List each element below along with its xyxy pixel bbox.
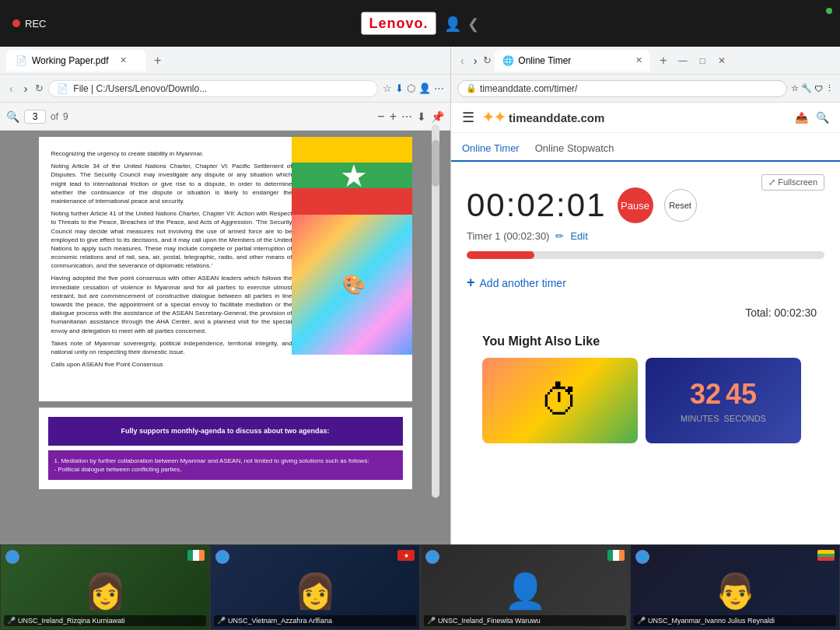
close-window-button[interactable]: ✕ (713, 54, 730, 68)
lenovo-icon: 👤 (444, 15, 461, 32)
url-text-right: timeanddate.com/timer/ (480, 83, 577, 94)
search-icon[interactable]: 🔍 (816, 111, 829, 124)
right-back-button[interactable]: ‹ (457, 53, 467, 68)
add-timer-row[interactable]: + Add another timer (467, 275, 824, 291)
rec-indicator: REC (12, 18, 46, 30)
lenovo-logo: Lenovo. (361, 12, 436, 35)
tab-online-timer[interactable]: Online Timer (462, 136, 520, 162)
right-refresh-button[interactable]: ↻ (483, 54, 492, 66)
zoom-out-button[interactable]: − (377, 110, 384, 124)
video-cell-3: 🌐 👤 🎤 UNSC_Ireland_Finewita Waruwu (420, 544, 630, 630)
digit-labels: MINUTES SECONDS (681, 414, 766, 423)
timer-tab-title: Online Timer (518, 55, 571, 66)
video-cell-2: 🌐 ★ 👩 🎤 UNSC_Vietnam_Azzahra Arlfiana (210, 544, 420, 630)
pause-button[interactable]: Pause (618, 187, 653, 223)
timer-label: Timer 1 (00:02:30) (467, 230, 549, 242)
pdf-more-button[interactable]: ⋯ (401, 110, 412, 123)
address-bar-left: ‹ › ↻ 📄 File | C:/Users/Lenovo/Downlo...… (0, 75, 450, 103)
pdf-para1: Recognizing the urgency to create stabil… (51, 149, 292, 158)
share-icon[interactable]: 📤 (795, 111, 808, 124)
total-row: Total: 00:02:30 (467, 306, 824, 319)
pdf-tab[interactable]: 📄 Working Paper.pdf ✕ (6, 50, 146, 72)
video-cell-4: 🌐 👨 🎤 UNSC_Myanmar_Ivanno Julius Reynald… (630, 544, 840, 630)
plus-icon: + (467, 275, 475, 291)
hamburger-icon[interactable]: ☰ (462, 109, 474, 126)
right-more-icon[interactable]: ⋮ (825, 83, 834, 93)
participant-name-2: UNSC_Vietnam_Azzahra Arlfiana (228, 617, 332, 625)
mic-icon-3: 🎤 (427, 617, 436, 625)
pdf-search-button[interactable]: 🔍 (6, 110, 19, 123)
edit-link[interactable]: Edit (570, 230, 587, 242)
video-label-1: 🎤 UNSC_Ireland_Rizqina Kurniawati (4, 615, 206, 626)
pdf-download-button[interactable]: ⬇ (417, 110, 426, 123)
rec-label: REC (25, 18, 46, 30)
fullscreen-button[interactable]: ⤢ Fullscreen (761, 174, 824, 191)
page-number-input[interactable] (24, 110, 46, 124)
more-options-icon[interactable]: ⋯ (434, 82, 444, 94)
file-icon: 📄 (57, 83, 68, 94)
flag-vietnam-2: ★ (397, 550, 415, 561)
un-emblem-4: 🌐 (635, 550, 649, 564)
minutes-digit: 32 (690, 378, 721, 411)
total-label: Total: 00:02:30 (745, 306, 817, 319)
scroll-thumb[interactable] (432, 140, 439, 187)
timer-time: 00:02:01 (467, 187, 607, 224)
lenovo-logo-area: Lenovo. 👤 ❮ (361, 12, 478, 35)
might-like-title: You Might Also Like (482, 334, 809, 348)
back-button[interactable]: ‹ (6, 81, 16, 96)
top-bar: REC Lenovo. 👤 ❮ (0, 0, 840, 47)
site-logo: ✦✦ timeanddate.com (482, 109, 604, 126)
pdf-pin-button[interactable]: 📌 (431, 110, 444, 123)
timer-tab-close[interactable]: ✕ (635, 55, 642, 65)
stopwatch-icon: ⏱ (540, 377, 580, 424)
timer-tab[interactable]: 🌐 Online Timer ✕ (495, 50, 650, 72)
video-cell-1: 🌐 👩 🎤 UNSC_Ireland_Rizqina Kurniawati (0, 544, 210, 630)
un-logo-1: 🌐 (5, 550, 21, 565)
ext-icon-1[interactable]: 🔧 (801, 83, 812, 93)
pdf-tab-close[interactable]: ✕ (120, 55, 127, 65)
nav-icons: 📤 🔍 (795, 111, 829, 124)
refresh-button[interactable]: ↻ (35, 82, 44, 94)
url-bar-left[interactable]: 📄 File | C:/Users/Lenovo/Downlo... (48, 80, 378, 97)
maximize-button[interactable]: □ (695, 54, 710, 68)
site-name: timeanddate.com (509, 111, 604, 124)
right-new-tab-button[interactable]: + (656, 54, 670, 68)
minimize-button[interactable]: — (674, 54, 692, 68)
url-bar-icons: ☆ ⬇ ⬡ 👤 ⋯ (383, 82, 444, 94)
edit-pencil-icon[interactable]: ✏ (555, 230, 564, 242)
scroll-indicator (432, 124, 439, 498)
browser-chrome-left: 📄 Working Paper.pdf ✕ + (0, 47, 450, 75)
new-tab-button[interactable]: + (151, 54, 164, 68)
pdf-page-2: Fully supports monthly-agenda to discuss… (39, 408, 412, 489)
pdf-page-1: ★ 🎨 Recognizing the urgency to create st… (39, 137, 412, 401)
profile-icon: 👤 (418, 82, 431, 94)
url-bar-right[interactable]: 🔒 timeanddate.com/timer/ (457, 80, 787, 97)
video-label-2: 🎤 UNSC_Vietnam_Azzahra Arlfiana (214, 615, 416, 626)
timer-tab-icon: 🌐 (502, 55, 514, 66)
vietnam-star: ★ (404, 552, 409, 559)
timer-body: ⤢ Fullscreen 00:02:01 Pause Reset Timer … (451, 162, 840, 456)
un-emblem-1: 🌐 (5, 550, 19, 564)
minutes-label: MINUTES (681, 414, 719, 423)
reset-button[interactable]: Reset (664, 189, 697, 222)
timer-nav: ☰ ✦✦ timeanddate.com 📤 🔍 (451, 103, 840, 133)
tab-online-stopwatch[interactable]: Online Stopwatch (535, 136, 614, 162)
main-content: 📄 Working Paper.pdf ✕ + ‹ › ↻ 📄 File | C… (0, 47, 840, 544)
pdf-tab-title: Working Paper.pdf (32, 55, 109, 66)
ext-icon-2[interactable]: 🛡 (814, 84, 823, 93)
pdf-slide-title: Fully supports monthly-agenda to discuss… (48, 417, 403, 446)
right-forward-button[interactable]: › (471, 53, 481, 68)
pdf-para2: Noting Article 34 of the United Nations … (51, 162, 292, 205)
zoom-in-button[interactable]: + (390, 110, 397, 124)
forward-button[interactable]: › (21, 81, 31, 96)
might-like-card-1[interactable]: ⏱ (482, 358, 638, 443)
cast-icon: ⬡ (407, 82, 415, 94)
un-emblem-2: 🌐 (215, 550, 229, 564)
mic-icon-4: 🎤 (637, 617, 646, 625)
flag-ireland-3 (607, 550, 625, 561)
participant-name-4: UNSC_Myanmar_Ivanno Julius Reynaldi (648, 617, 775, 625)
might-like-card-2[interactable]: 32 45 MINUTES SECONDS (646, 358, 801, 443)
video-label-3: 🎤 UNSC_Ireland_Finewita Waruwu (424, 615, 626, 626)
download-status-icon: ⬇ (395, 82, 404, 94)
bookmark-star-icon[interactable]: ☆ (791, 83, 799, 93)
